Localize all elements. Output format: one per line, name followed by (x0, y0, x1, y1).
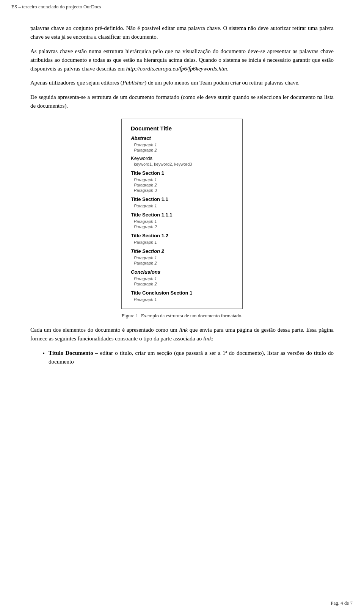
publisher-italic: Publisher (122, 80, 144, 86)
sec1-para-1: Paragraph 1 (134, 177, 233, 182)
content-area: palavras chave ao conjunto pré-definido.… (0, 13, 364, 402)
abstract-para-1: Paragraph 1 (134, 143, 233, 147)
paragraph-1: palavras chave ao conjunto pré-definido.… (30, 24, 334, 42)
conclusions-title: Conclusions (131, 269, 233, 275)
sec1-2-para-1: Paragraph 1 (134, 240, 233, 245)
paragraph-2: As palavras chave estão numa estrutura h… (30, 47, 334, 74)
paragraph-4: De seguida apresenta-se a estrutura de u… (30, 93, 334, 111)
figure-container: Document Title Abstract Paragraph 1 Para… (30, 119, 334, 319)
conclusions-para-1: Paragraph 1 (134, 276, 233, 281)
sec2-para-1: Paragraph 1 (134, 256, 233, 260)
paragraph-5: Cada um dos elementos do documento é apr… (30, 326, 334, 343)
bullet-item-1: Título Documento – editar o título, cria… (49, 349, 334, 367)
sec1-1-1-para-1: Paragraph 1 (134, 219, 233, 224)
paragraph-3: Apenas utilizadores que sejam editores (… (30, 78, 334, 87)
conclusions-para-2: Paragraph 2 (134, 282, 233, 286)
url-text: http://cordis.europa.eu/fp6/fp6keywords.… (126, 66, 227, 72)
page-header: ES – terceiro enunciado do projecto OurD… (0, 0, 364, 13)
title-conclusion-section-1: Title Conclusion Section 1 (131, 290, 233, 296)
title-section-1-1: Title Section 1.1 (131, 196, 233, 202)
link-italic: link (179, 327, 188, 333)
title-section-1-2: Title Section 1.2 (131, 233, 233, 238)
bullet-bold-title: Título Documento (49, 350, 93, 356)
title-section-1: Title Section 1 (131, 170, 233, 176)
sec1-para-3: Paragraph 3 (134, 188, 233, 193)
title-section-1-1-1: Title Section 1.1.1 (131, 212, 233, 218)
title-section-2: Title Section 2 (131, 248, 233, 254)
sec1-1-1-para-2: Paragraph 2 (134, 224, 233, 229)
sec1-para-2: Paragraph 2 (134, 183, 233, 187)
doc-title: Document Title (131, 125, 233, 132)
sec1-1-para-1: Paragraph 1 (134, 204, 233, 208)
link-italic-2: link (203, 336, 212, 342)
doc-abstract-label: Abstract (131, 135, 233, 141)
figure-caption: Figure 1- Exemplo da estrutura de um doc… (122, 313, 243, 319)
header-title: ES – terceiro enunciado do projecto OurD… (11, 4, 101, 10)
keywords-values: keyword1, keyword2, keyword3 (134, 162, 233, 166)
bullet-list: Título Documento – editar o título, cria… (49, 349, 334, 367)
sec2-para-2: Paragraph 2 (134, 261, 233, 265)
conclusion-sec-para-1: Paragraph 1 (134, 297, 233, 302)
page-footer: Pag. 4 de 7 (331, 600, 353, 606)
footer-text: Pag. 4 de 7 (331, 600, 353, 606)
keywords-label: Keywords (131, 155, 233, 161)
abstract-para-2: Paragraph 2 (134, 148, 233, 152)
doc-structure-box: Document Title Abstract Paragraph 1 Para… (121, 119, 243, 309)
